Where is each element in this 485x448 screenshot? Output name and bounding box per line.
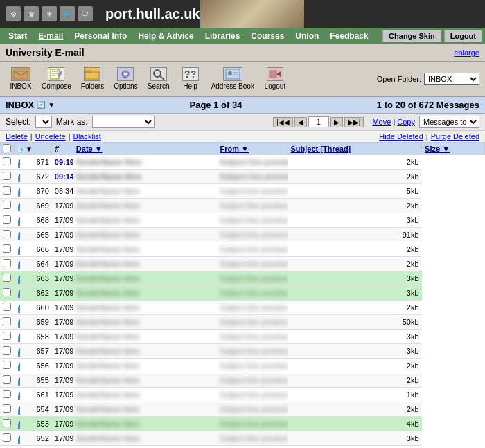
undelete-link[interactable]: Undelete (35, 132, 66, 141)
row-date[interactable]: 17/09/03 (52, 199, 73, 213)
row-from[interactable]: SenderName Here (73, 213, 217, 228)
nav-email[interactable]: E-mail (33, 30, 69, 42)
row-checkbox[interactable] (3, 375, 11, 384)
row-checkbox[interactable] (3, 346, 11, 355)
next-page-button[interactable]: ▶ (330, 117, 343, 127)
row-from[interactable]: SenderName Here (73, 359, 217, 373)
row-subject[interactable]: Subject line preview text here more text (217, 373, 288, 388)
row-subject[interactable]: Subject line preview text here more text (217, 431, 288, 446)
logout-nav-button[interactable]: Logout (444, 30, 482, 42)
row-date[interactable]: 17/09/03 (52, 257, 73, 271)
row-date[interactable]: 17/09/03 (52, 271, 73, 286)
row-subject[interactable]: Subject line preview text here more text (217, 271, 288, 286)
row-date[interactable]: 17/09/03 (52, 373, 73, 388)
row-subject[interactable]: Subject line preview text here more text (217, 388, 288, 402)
row-subject[interactable]: Subject line preview text here more text (217, 402, 288, 417)
delete-link[interactable]: Delete (6, 132, 28, 141)
select-dropdown[interactable] (35, 116, 52, 128)
th-from[interactable]: From ▼ (217, 143, 288, 155)
row-from[interactable]: SenderName Here (73, 330, 217, 344)
row-date[interactable]: 17/09/03 (52, 213, 73, 228)
nav-help[interactable]: Help & Advice (132, 30, 199, 42)
row-subject[interactable]: Subject line preview text here more text (217, 213, 288, 228)
row-subject[interactable]: Subject line preview text here more text (217, 242, 288, 257)
row-from[interactable]: SenderName Here (73, 242, 217, 257)
row-subject[interactable]: Subject line preview text here more text (217, 301, 288, 315)
row-from[interactable]: SenderName Here (73, 228, 217, 242)
row-date[interactable]: 09:14:42 AM (52, 170, 73, 184)
row-checkbox[interactable] (3, 303, 11, 311)
row-checkbox[interactable] (3, 244, 11, 253)
row-date[interactable]: 17/09/03 (52, 330, 73, 344)
row-checkbox[interactable] (3, 390, 11, 398)
row-checkbox[interactable] (3, 230, 11, 238)
row-checkbox[interactable] (3, 317, 11, 325)
th-date[interactable]: Date ▼ (73, 143, 217, 155)
nav-start[interactable]: Start (3, 30, 33, 42)
row-date[interactable]: 17/09/03 (52, 344, 73, 359)
blacklist-link[interactable]: Blacklist (73, 132, 101, 141)
row-subject[interactable]: Subject line preview text here more text (217, 344, 288, 359)
row-date[interactable]: 17/09/03 (52, 388, 73, 402)
refresh-icon[interactable]: 🔄 (37, 101, 45, 109)
nav-union[interactable]: Union (290, 30, 324, 42)
row-subject[interactable]: Subject line preview text here more text (217, 330, 288, 344)
row-date[interactable]: 08:34:22 AM (52, 184, 73, 199)
row-subject[interactable]: Subject line preview text here more text (217, 228, 288, 242)
row-checkbox[interactable] (3, 433, 11, 442)
row-from[interactable]: SenderName Here (73, 301, 217, 315)
toolbar-addressbook[interactable]: Address Book (207, 66, 258, 91)
mark-dropdown[interactable] (92, 116, 155, 128)
row-from[interactable]: SenderName Here (73, 417, 217, 431)
row-subject[interactable]: Subject line preview text here more text (217, 184, 288, 199)
last-page-button[interactable]: ▶▶| (344, 117, 364, 127)
toolbar-compose[interactable]: Compose (37, 66, 76, 91)
row-date[interactable]: 09:19:19 AM (52, 155, 73, 170)
row-checkbox[interactable] (3, 172, 11, 180)
toolbar-logout[interactable]: Logout (260, 66, 290, 91)
hide-deleted-link[interactable]: Hide Deleted (379, 132, 423, 141)
row-from[interactable]: SenderName Here (73, 431, 217, 446)
row-from[interactable]: SenderName Here (73, 170, 217, 184)
row-from[interactable]: SenderName Here (73, 199, 217, 213)
nav-courses[interactable]: Courses (245, 30, 290, 42)
row-from[interactable]: SenderName Here (73, 271, 217, 286)
row-checkbox[interactable] (3, 157, 11, 165)
nav-personal-info[interactable]: Personal Info (69, 30, 132, 42)
row-from[interactable]: SenderName Here (73, 373, 217, 388)
first-page-button[interactable]: |◀◀ (273, 117, 293, 127)
row-checkbox[interactable] (3, 332, 11, 340)
row-date[interactable]: 17/09/03 (52, 301, 73, 315)
row-subject[interactable]: Subject line preview text here more text (217, 155, 288, 170)
toolbar-search[interactable]: Search (143, 66, 174, 91)
row-checkbox[interactable] (3, 259, 11, 267)
row-from[interactable]: SenderName Here (73, 155, 217, 170)
row-subject[interactable]: Subject line preview text here more text (217, 359, 288, 373)
purge-deleted-link[interactable]: Purge Deleted (431, 132, 479, 141)
page-number-input[interactable] (308, 116, 329, 127)
row-subject[interactable]: Subject line preview text here more text (217, 199, 288, 213)
open-folder-select[interactable]: INBOX (424, 73, 479, 85)
filter-icon[interactable]: ▼ (48, 101, 55, 109)
nav-feedback[interactable]: Feedback (324, 30, 373, 42)
toolbar-help[interactable]: ? ? Help (175, 66, 206, 91)
toolbar-inbox[interactable]: INBOX (6, 66, 36, 91)
row-from[interactable]: SenderName Here (73, 257, 217, 271)
row-from[interactable]: SenderName Here (73, 344, 217, 359)
change-skin-button[interactable]: Change Skin (382, 30, 441, 42)
row-checkbox[interactable] (3, 288, 11, 296)
messages-to-select[interactable]: Messages to (419, 116, 479, 128)
row-from[interactable]: SenderName Here (73, 286, 217, 301)
th-size[interactable]: Size ▼ (422, 143, 485, 155)
row-date[interactable]: 17/09/03 (52, 242, 73, 257)
row-from[interactable]: SenderName Here (73, 315, 217, 330)
row-subject[interactable]: Subject line preview text here more text (217, 286, 288, 301)
row-date[interactable]: 17/09/03 (52, 315, 73, 330)
toolbar-options[interactable]: Options (109, 66, 141, 91)
row-checkbox[interactable] (3, 215, 11, 224)
row-date[interactable]: 17/09/03 (52, 431, 73, 446)
row-date[interactable]: 17/09/03 (52, 417, 73, 431)
row-checkbox[interactable] (3, 274, 11, 282)
row-checkbox[interactable] (3, 404, 11, 413)
row-date[interactable]: 17/09/03 (52, 402, 73, 417)
